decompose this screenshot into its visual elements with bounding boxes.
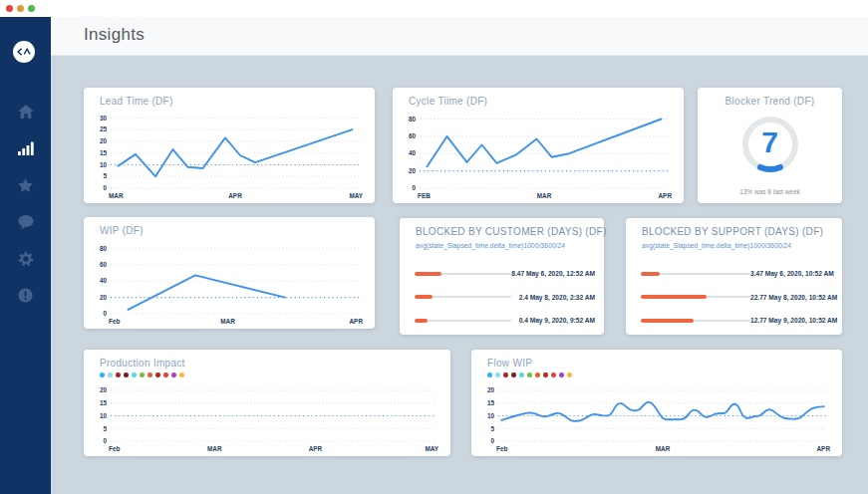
svg-text:80: 80 [409, 116, 417, 123]
svg-text:20: 20 [100, 294, 108, 301]
legend-dot [171, 372, 176, 377]
home-icon [18, 105, 34, 119]
wip-title: WIP (DF) [100, 225, 144, 236]
legend-dot [163, 372, 168, 377]
window-titlebar [0, 0, 868, 17]
svg-text:60: 60 [409, 132, 417, 139]
legend-dot [108, 372, 113, 377]
svg-text:APR: APR [350, 318, 364, 325]
legend-dot [132, 372, 137, 377]
legend-dot [147, 372, 152, 377]
flow-wip-title: Flow WIP [487, 358, 532, 369]
svg-text:40: 40 [100, 277, 108, 284]
svg-text:10: 10 [100, 412, 108, 419]
blocked-by-customer-title: BLOCKED BY CUSTOMER (DAYS) (DF) [416, 226, 607, 237]
production-impact-card[interactable]: Production Impact 20151050FebMARAPRMAY [84, 350, 450, 456]
blocked-by-customer-card[interactable]: BLOCKED BY CUSTOMER (DAYS) (DF) avg(stat… [400, 218, 604, 335]
bar-chart-icon [18, 141, 34, 155]
cycle-time-card[interactable]: Cycle Tiime (DF) 806040200FEBMARAPR [393, 88, 684, 203]
sidebar [0, 17, 51, 494]
svg-text:5: 5 [103, 172, 107, 179]
legend-dot [155, 372, 160, 377]
legend-dot [487, 372, 492, 377]
bar-track [641, 273, 750, 275]
svg-text:15: 15 [487, 399, 495, 406]
svg-text:APR: APR [228, 192, 242, 199]
lead-time-card[interactable]: Lead Time (DF) 302520151050MARAPRMAY [84, 88, 375, 203]
svg-text:APR: APR [309, 445, 323, 452]
maximize-window-button[interactable] [28, 5, 35, 12]
svg-text:30: 30 [100, 115, 108, 122]
blocker-trend-title: Blocker Trend (DF) [698, 96, 842, 107]
legend-dot [559, 372, 564, 377]
legend-dot [116, 372, 121, 377]
legend-dot [100, 372, 105, 377]
legend-dot [495, 372, 500, 377]
svg-text:0: 0 [490, 437, 494, 444]
bar-value-label: 12.77 May 9, 2020, 10:52 AM [750, 317, 837, 324]
lead-time-chart: 302520151050MARAPRMAY [90, 111, 369, 200]
bar-track [415, 296, 511, 298]
svg-text:25: 25 [100, 125, 108, 132]
bar-track [641, 320, 750, 322]
legend-dot [519, 372, 524, 377]
production-impact-title: Production Impact [100, 358, 185, 369]
blocked-by-support-rows: 3.47 May 6, 2020, 10:52 AM22.77 May 8, 2… [641, 262, 833, 333]
gauge-caption: 13% was 8 last week [698, 188, 842, 195]
bar-value-label: 2.4 May 8, 2020, 2:32 AM [519, 294, 595, 301]
svg-text:MAR: MAR [207, 445, 222, 452]
svg-text:APR: APR [659, 192, 673, 199]
svg-text:0: 0 [412, 184, 416, 191]
sidebar-item-settings[interactable] [0, 240, 51, 277]
legend-dot [124, 372, 129, 377]
legend-dot [179, 372, 184, 377]
gear-icon [18, 251, 34, 267]
svg-text:MAR: MAR [656, 445, 671, 452]
svg-text:40: 40 [409, 149, 417, 156]
blocked-by-support-card[interactable]: BLOCKED BY SUPPORT (DAYS) (DF) avg(state… [626, 218, 842, 335]
bar-value-label: 22.77 May 8, 2020, 10:52 AM [750, 294, 837, 301]
svg-text:5: 5 [490, 425, 494, 432]
bar-track [641, 296, 750, 298]
blocker-trend-card[interactable]: Blocker Trend (DF) 7 13% was 8 last week [698, 88, 842, 203]
legend-dot [503, 372, 508, 377]
sidebar-item-comments[interactable] [0, 203, 51, 240]
legend-dot [140, 372, 145, 377]
bar-track [415, 273, 511, 275]
svg-text:0: 0 [103, 310, 107, 317]
legend-dot [551, 372, 556, 377]
sidebar-item-starred[interactable] [0, 166, 51, 203]
wip-card[interactable]: WIP (DF) 806040200FebMARAPR [84, 217, 375, 329]
svg-text:20: 20 [100, 386, 108, 393]
svg-text:0: 0 [103, 184, 107, 191]
blocked-by-support-title: BLOCKED BY SUPPORT (DAYS) (DF) [642, 226, 823, 237]
svg-text:Feb: Feb [109, 445, 120, 452]
sidebar-item-alerts[interactable] [0, 277, 51, 314]
svg-text:Feb: Feb [109, 318, 120, 325]
sidebar-item-home[interactable] [0, 93, 51, 129]
svg-text:60: 60 [100, 261, 108, 268]
bar-row: 8.47 May 6, 2020, 12:52 AM [415, 262, 595, 286]
page-title: Insights [84, 25, 145, 45]
close-window-button[interactable] [6, 5, 13, 12]
svg-text:10: 10 [100, 161, 108, 168]
blocked-by-customer-formula: avg(state_Slapsed_time.delta_time)1000/3… [416, 242, 565, 249]
minimize-window-button[interactable] [17, 5, 24, 12]
app-logo[interactable] [13, 41, 35, 63]
blocked-by-support-formula: avg(state_Slapsed_time.delta_time)1000/3… [642, 242, 791, 249]
bar-row: 2.4 May 8, 2020, 2:32 AM [415, 286, 595, 310]
flow-wip-card[interactable]: Flow WIP 20151050FebMARAPR [471, 350, 842, 456]
flow-wip-chart: 20151050FebMARAPR [477, 380, 836, 453]
bar-row: 12.77 May 9, 2020, 10:52 AM [641, 309, 833, 333]
flow-wip-legend [487, 372, 572, 377]
svg-text:MAR: MAR [220, 318, 235, 325]
svg-text:MAR: MAR [537, 192, 552, 199]
sidebar-item-insights[interactable] [0, 129, 51, 166]
svg-text:15: 15 [100, 399, 108, 406]
svg-text:MAY: MAY [425, 445, 438, 452]
logo-caret-icon [14, 42, 34, 62]
svg-text:20: 20 [409, 167, 417, 174]
bar-fill [641, 272, 660, 276]
bar-track [415, 320, 511, 322]
svg-text:80: 80 [100, 245, 108, 252]
